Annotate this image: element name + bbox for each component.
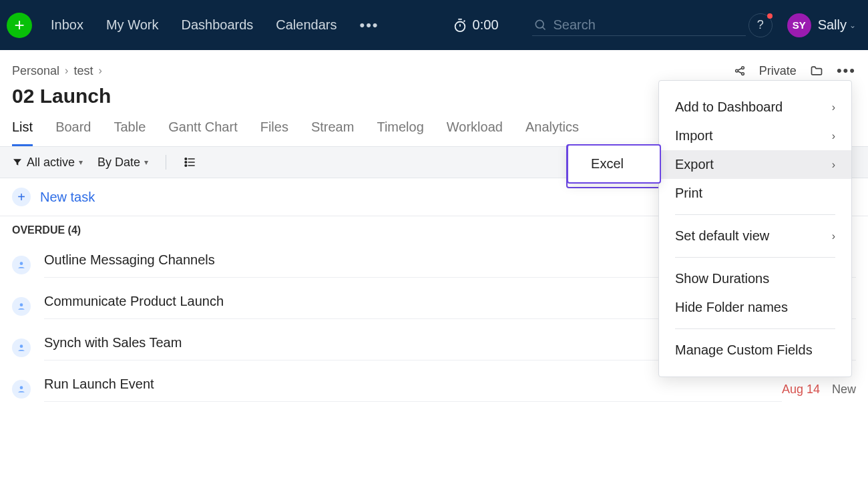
- task-due-date: Aug 14: [782, 383, 820, 397]
- menu-item-label: Import: [675, 128, 713, 144]
- tab-timelog[interactable]: Timelog: [377, 119, 423, 146]
- new-task-label: New task: [40, 190, 95, 205]
- chevron-right-icon: ›: [832, 230, 835, 242]
- chevron-right-icon: ›: [832, 159, 835, 171]
- tab-files[interactable]: Files: [260, 119, 288, 146]
- search-icon: [533, 18, 547, 31]
- global-search[interactable]: [532, 15, 746, 36]
- sort-dropdown[interactable]: By Date ▾: [97, 156, 148, 170]
- filter-dropdown[interactable]: All active ▾: [12, 156, 83, 170]
- menu-item-label: Show Durations: [675, 271, 769, 286]
- list-options-icon[interactable]: [184, 156, 197, 169]
- toolbar-divider: [166, 155, 166, 170]
- global-add-button[interactable]: +: [7, 13, 32, 38]
- folder-icon[interactable]: [810, 64, 823, 77]
- svg-point-11: [20, 386, 23, 389]
- menu-item-label: Add to Dashboard: [675, 99, 783, 115]
- menu-print[interactable]: Print: [659, 179, 851, 208]
- subheader: Personal › test › Private •••: [0, 50, 868, 79]
- svg-point-1: [535, 20, 544, 28]
- tab-stream[interactable]: Stream: [311, 119, 354, 146]
- menu-item-label: Export: [675, 157, 714, 172]
- menu-item-label: Manage Custom Fields: [675, 342, 813, 358]
- menu-item-label: Hide Folder names: [675, 300, 788, 315]
- nav-dashboards[interactable]: Dashboards: [181, 17, 253, 33]
- menu-hide-folder-names[interactable]: Hide Folder names: [659, 293, 851, 322]
- breadcrumb-root[interactable]: Personal: [12, 64, 59, 78]
- tab-analytics[interactable]: Analytics: [525, 119, 579, 146]
- top-nav: + Inbox My Work Dashboards Calendars •••…: [0, 0, 868, 50]
- tab-list[interactable]: List: [12, 119, 33, 146]
- export-excel[interactable]: Excel: [591, 156, 624, 172]
- tab-board[interactable]: Board: [55, 119, 91, 146]
- caret-down-icon: ▾: [79, 158, 83, 167]
- menu-manage-custom-fields[interactable]: Manage Custom Fields: [659, 336, 851, 364]
- chevron-right-icon: ›: [832, 101, 835, 113]
- svg-point-6: [185, 162, 187, 164]
- share-icon[interactable]: [734, 65, 746, 77]
- nav-calendars[interactable]: Calendars: [276, 17, 337, 33]
- menu-separator: [675, 214, 835, 215]
- sort-label: By Date: [97, 156, 140, 170]
- menu-add-to-dashboard[interactable]: Add to Dashboard ›: [659, 93, 851, 121]
- svg-point-7: [185, 165, 187, 167]
- menu-export[interactable]: Export ›: [659, 150, 851, 179]
- chevron-right-icon: ›: [832, 130, 835, 142]
- timer[interactable]: 0:00: [453, 17, 499, 33]
- svg-point-10: [20, 344, 23, 348]
- menu-separator: [675, 328, 835, 329]
- nav-inbox[interactable]: Inbox: [51, 17, 83, 33]
- svg-point-9: [20, 303, 23, 306]
- menu-import[interactable]: Import ›: [659, 121, 851, 150]
- menu-show-durations[interactable]: Show Durations: [659, 264, 851, 293]
- search-input[interactable]: [554, 17, 744, 33]
- nav-mywork[interactable]: My Work: [106, 17, 159, 33]
- menu-separator: [675, 257, 835, 258]
- user-menu-caret-icon[interactable]: ⌄: [849, 21, 856, 30]
- tab-table[interactable]: Table: [114, 119, 146, 146]
- chevron-right-icon: ›: [98, 65, 101, 77]
- svg-point-5: [185, 158, 187, 160]
- timer-value: 0:00: [473, 17, 499, 33]
- privacy-label[interactable]: Private: [759, 64, 797, 78]
- menu-set-default-view[interactable]: Set default view ›: [659, 222, 851, 250]
- assignee-avatar-icon: [12, 380, 31, 399]
- menu-item-label: Print: [675, 186, 702, 201]
- assignee-avatar-icon: [12, 256, 31, 274]
- tab-gantt[interactable]: Gantt Chart: [168, 119, 237, 146]
- menu-item-label: Set default view: [675, 228, 769, 244]
- more-menu-icon[interactable]: •••: [837, 62, 856, 79]
- assignee-avatar-icon: [12, 297, 31, 316]
- tab-workload[interactable]: Workload: [447, 119, 503, 146]
- more-menu: Add to Dashboard › Import › Export › Pri…: [658, 80, 852, 377]
- stopwatch-icon: [453, 18, 467, 33]
- filter-icon: [12, 157, 23, 168]
- plus-icon: +: [12, 188, 31, 206]
- filter-label: All active: [27, 156, 75, 170]
- svg-point-8: [20, 262, 23, 265]
- breadcrumb-item[interactable]: test: [73, 64, 93, 78]
- task-title: Run Launch Event: [44, 377, 782, 402]
- chevron-right-icon: ›: [65, 65, 68, 77]
- user-avatar[interactable]: SY: [787, 13, 811, 37]
- help-button[interactable]: ?: [748, 13, 773, 37]
- caret-down-icon: ▾: [144, 158, 148, 167]
- task-status: New: [832, 383, 856, 397]
- assignee-avatar-icon: [12, 338, 31, 357]
- user-name[interactable]: Sally: [818, 17, 847, 33]
- nav-more-icon[interactable]: •••: [359, 17, 379, 34]
- export-submenu: Excel: [567, 144, 661, 184]
